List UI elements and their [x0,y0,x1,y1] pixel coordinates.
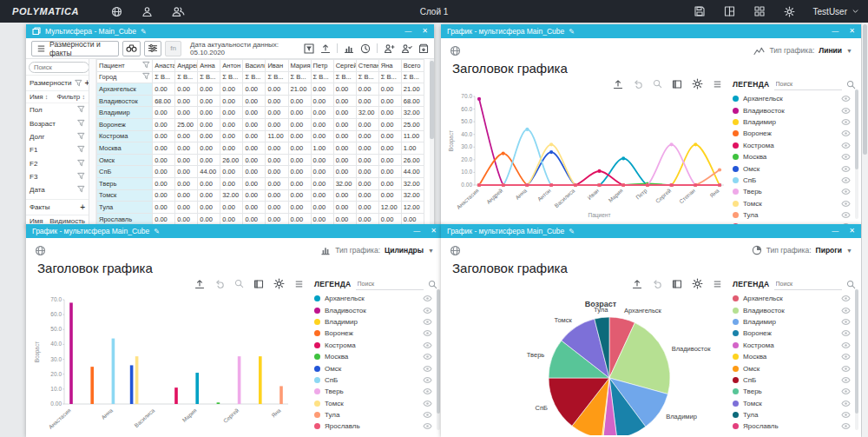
legend-item[interactable]: Тула [731,209,859,221]
legend-search-input[interactable] [356,278,424,290]
search-table-button[interactable] [122,41,141,56]
row-header[interactable]: Омск [97,154,153,166]
eye-icon[interactable] [841,295,851,302]
row-dim-header[interactable]: Город [97,71,153,83]
eye-icon[interactable] [841,176,851,184]
eye-icon[interactable] [423,365,432,373]
column-header[interactable]: Андрей [175,60,198,72]
line-series[interactable] [477,183,721,187]
row-header[interactable]: Москва [97,142,153,155]
users-group-icon[interactable] [172,6,185,17]
close-button[interactable]: ✕ [422,28,428,35]
sidebar-search-input[interactable] [29,62,89,73]
gear-icon[interactable] [692,78,703,89]
multisphere-link-icon[interactable] [35,245,46,256]
undo-icon[interactable] [214,279,225,289]
eye-icon[interactable] [841,211,851,219]
legend-list-icon[interactable] [713,280,722,288]
row-header[interactable]: СпБ [97,166,153,178]
legend-scrollbar[interactable] [855,289,858,430]
minimize-button[interactable]: — [832,228,838,235]
measure-header[interactable]: Σ В... [311,71,333,83]
column-header[interactable]: Антон [220,60,243,72]
archive-icon[interactable] [418,43,429,54]
multisphere-link-icon[interactable] [450,245,461,256]
column-header[interactable]: Мария [288,60,311,72]
minimize-button[interactable]: — [832,28,838,35]
bar[interactable] [259,356,262,404]
filter-icon[interactable] [77,172,85,182]
bar[interactable] [135,356,139,404]
legend-item[interactable]: Владимир [731,116,859,128]
dimension-item[interactable]: F2 [26,157,89,170]
multisphere-titlebar[interactable]: Мультисфера - Main_Cube ✎ — ✕ [26,24,434,38]
user-add-icon[interactable] [384,43,395,54]
bar[interactable] [238,356,241,404]
legend-item[interactable]: Владимир [731,316,859,328]
eye-icon[interactable] [841,165,851,173]
export-icon[interactable] [632,279,642,289]
chart-icon[interactable] [344,43,354,54]
filter-icon[interactable] [75,79,82,87]
panel-icon[interactable] [253,279,264,289]
eye-icon[interactable] [841,142,851,149]
bar[interactable] [174,387,178,404]
search-icon[interactable] [846,80,856,89]
table-scrollbar[interactable] [430,59,434,228]
bar[interactable] [90,367,94,404]
eye-icon[interactable] [423,422,432,430]
column-header[interactable]: Васили [243,60,266,72]
multisphere-icon[interactable] [111,6,122,17]
column-header[interactable]: Яна [378,60,401,72]
eye-icon[interactable] [841,400,851,407]
gear-icon[interactable] [273,278,285,289]
rename-icon[interactable]: ✎ [141,28,147,36]
legend-item[interactable]: Кострома [312,340,441,351]
undo-icon[interactable] [652,279,662,289]
chart-titlebar[interactable]: График - мультисфера Main_Cube ✎ —✕ [441,24,861,38]
legend-search-input[interactable] [774,278,842,290]
bar[interactable] [195,373,199,404]
add-fact-button[interactable]: + [80,202,85,212]
save-layout-icon[interactable] [694,6,705,17]
minimize-button[interactable]: — [413,228,420,235]
eye-icon[interactable] [423,307,432,315]
layer-label[interactable]: Слой 1 [420,7,449,17]
legend-item[interactable]: Владивосток [731,104,859,116]
settings-sliders-button[interactable] [144,41,161,56]
measure-header[interactable]: Σ В... [243,71,266,83]
column-header[interactable]: Иван [266,60,288,72]
panel-icon[interactable] [672,79,682,89]
dimension-item[interactable]: F3 [26,170,89,183]
legend-item[interactable]: Архангельск [731,293,859,304]
column-header[interactable]: Всего [401,60,424,72]
row-header[interactable]: Архангельск [97,83,153,96]
export-icon[interactable] [320,43,331,54]
legend-item[interactable]: Томск [731,198,859,209]
bar[interactable] [69,302,73,404]
apps-grid-icon[interactable] [754,6,765,17]
measure-header[interactable]: Σ В... [356,71,378,83]
filter-icon[interactable] [77,159,85,169]
eye-icon[interactable] [841,387,851,395]
legend-item[interactable]: Омск [731,162,859,174]
row-header[interactable]: Владимир [97,107,153,119]
eye-icon[interactable] [841,107,851,115]
legend-search-input[interactable] [774,78,842,90]
row-header[interactable]: Тверь [97,177,153,189]
column-header[interactable]: Анаста [153,60,175,72]
multisphere-link-icon[interactable] [450,45,461,56]
page-scrollbar[interactable] [862,23,868,437]
close-button[interactable]: ✕ [849,28,855,35]
chart-titlebar[interactable]: График - мультисфера Main_Cube ✎ —✕ [441,224,861,238]
legend-item[interactable]: Кострома [731,140,859,151]
legend-item[interactable]: Владивосток [312,304,441,315]
row-dim-header[interactable]: Пациент [97,60,153,72]
filter-icon[interactable] [77,119,85,129]
legend-item[interactable]: Тула [731,409,859,420]
rename-icon[interactable]: ✎ [569,28,575,36]
row-header[interactable]: Тула [97,202,153,214]
dimension-item[interactable]: F1 [26,143,89,156]
measure-header[interactable]: Σ В... [220,71,243,83]
legend-item[interactable]: СпБ [731,175,859,186]
